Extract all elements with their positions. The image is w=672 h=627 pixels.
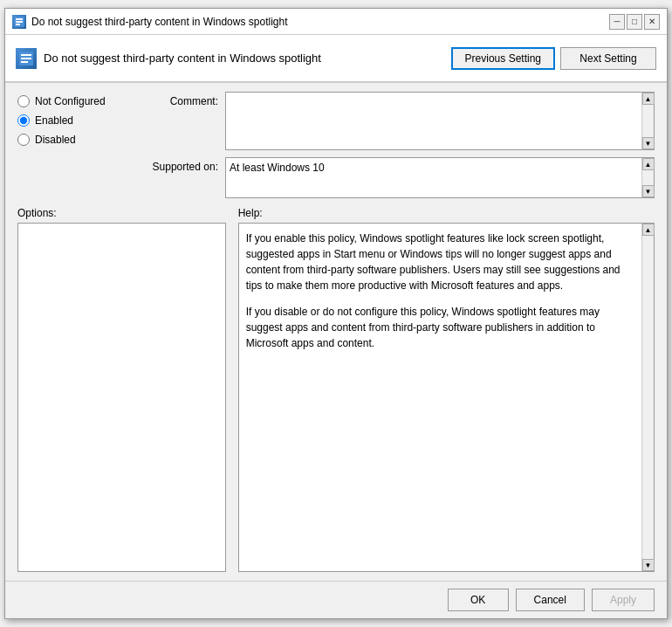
header-bar: Do not suggest third-party content in Wi…	[5, 35, 667, 83]
help-scroll-down[interactable]: ▼	[642, 559, 655, 571]
options-help-section: Options: Help: If you enable this policy…	[17, 207, 655, 572]
help-scroll-up[interactable]: ▲	[642, 224, 655, 236]
comment-row: Comment: ▲ ▼	[140, 92, 655, 150]
header-title: Do not suggest third-party content in Wi…	[16, 48, 451, 69]
help-content-wrapper: If you enable this policy, Windows spotl…	[238, 223, 655, 572]
enabled-radio[interactable]	[17, 114, 30, 127]
supported-scroll-down[interactable]: ▼	[642, 185, 655, 197]
supported-on-row: Supported on: At least Windows 10 ▲ ▼	[140, 157, 655, 198]
help-paragraph-2: If you disable or do not configure this …	[246, 304, 634, 351]
minimize-button[interactable]: ─	[609, 14, 625, 30]
header-title-text: Do not suggest third-party content in Wi…	[44, 52, 321, 65]
maximize-button[interactable]: □	[627, 14, 642, 30]
help-label: Help:	[238, 207, 655, 219]
supported-on-label: Supported on:	[140, 157, 218, 173]
help-paragraph-1: If you enable this policy, Windows spotl…	[246, 231, 634, 293]
right-fields: Comment: ▲ ▼ Supported on: At least Wind…	[140, 92, 655, 198]
help-text: If you enable this policy, Windows spotl…	[239, 224, 641, 571]
svg-rect-1	[16, 18, 23, 20]
enabled-label: Enabled	[35, 114, 73, 127]
cancel-button[interactable]: Cancel	[516, 589, 585, 611]
not-configured-label: Not Configured	[35, 95, 106, 107]
disabled-label: Disabled	[35, 134, 76, 146]
previous-setting-button[interactable]: Previous Setting	[451, 47, 555, 70]
dialog-window: Do not suggest third-party content in Wi…	[4, 8, 668, 619]
title-bar-text: Do not suggest third-party content in Wi…	[31, 16, 287, 28]
options-box	[17, 223, 226, 572]
disabled-radio[interactable]	[17, 134, 30, 146]
svg-rect-3	[16, 24, 20, 25]
supported-on-input[interactable]: At least Windows 10	[226, 158, 641, 197]
comment-scrollbar: ▲ ▼	[641, 93, 654, 149]
comment-label: Comment:	[140, 92, 218, 107]
comment-scroll-up[interactable]: ▲	[642, 93, 655, 105]
title-controls: ─ □ ✕	[609, 14, 660, 30]
svg-rect-6	[21, 58, 31, 59]
header-buttons: Previous Setting Next Setting	[451, 47, 656, 70]
comment-scroll-down[interactable]: ▼	[642, 137, 655, 149]
svg-rect-2	[16, 21, 23, 23]
help-panel: Help: If you enable this policy, Windows…	[238, 207, 655, 572]
help-scrollbar: ▲ ▼	[641, 224, 654, 571]
supported-scrollbar: ▲ ▼	[641, 158, 654, 197]
ok-button[interactable]: OK	[448, 589, 509, 611]
not-configured-radio[interactable]	[17, 95, 30, 107]
disabled-option[interactable]: Disabled	[17, 134, 131, 146]
footer: OK Cancel Apply	[5, 581, 667, 618]
enabled-option[interactable]: Enabled	[17, 114, 131, 127]
supported-scroll-up[interactable]: ▲	[642, 158, 655, 170]
app-icon	[12, 15, 26, 29]
options-label: Options:	[17, 207, 226, 219]
title-bar: Do not suggest third-party content in Wi…	[5, 9, 667, 35]
svg-rect-5	[21, 54, 31, 56]
title-bar-left: Do not suggest third-party content in Wi…	[12, 15, 287, 29]
top-section: Not Configured Enabled Disabled Comment:	[17, 92, 655, 198]
radio-group: Not Configured Enabled Disabled	[17, 92, 131, 198]
main-content: Not Configured Enabled Disabled Comment:	[5, 83, 667, 581]
header-icon	[16, 48, 37, 69]
not-configured-option[interactable]: Not Configured	[17, 95, 131, 107]
apply-button[interactable]: Apply	[592, 589, 655, 611]
close-button[interactable]: ✕	[644, 14, 660, 30]
options-panel: Options:	[17, 207, 226, 572]
comment-input[interactable]	[226, 93, 641, 149]
next-setting-button[interactable]: Next Setting	[560, 47, 656, 70]
svg-rect-7	[21, 61, 28, 63]
